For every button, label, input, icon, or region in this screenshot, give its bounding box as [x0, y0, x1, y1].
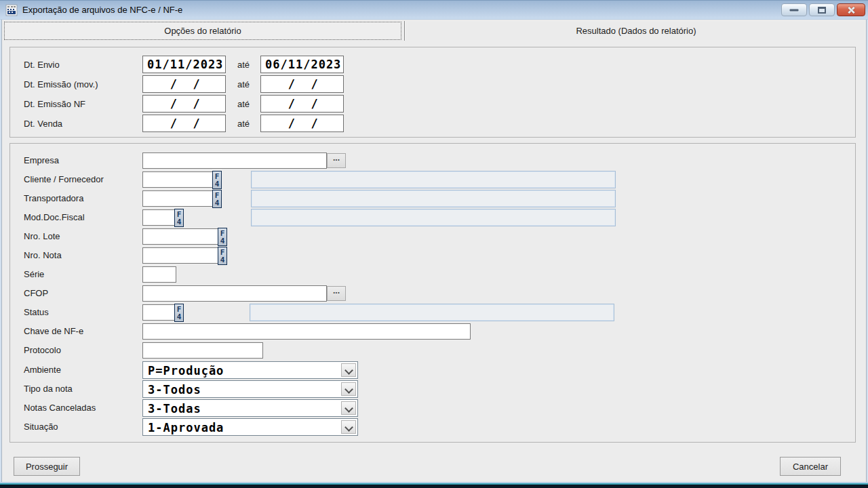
chave-nfe-label: Chave de NF-e: [24, 326, 83, 336]
mod-doc-fiscal-code-input[interactable]: [142, 209, 175, 226]
mod-doc-fiscal-f4-button[interactable]: F 4: [174, 209, 184, 227]
f4-icon: 4: [220, 256, 225, 264]
tab-opcoes-label: Opções do relatório: [164, 26, 241, 36]
cliente-code-input[interactable]: [142, 171, 213, 188]
transportadora-description-field: [251, 190, 616, 207]
cfop-browse-button[interactable]: ...: [327, 286, 346, 301]
minimize-icon: [790, 9, 799, 11]
cliente-description-field: [251, 171, 616, 188]
f4-icon: 4: [215, 180, 220, 188]
dt-venda-to-input[interactable]: [260, 115, 344, 132]
notas-canceladas-select[interactable]: 3-Todas: [142, 399, 358, 417]
f4-icon: F: [177, 306, 182, 313]
ambiente-label: Ambiente: [24, 365, 61, 375]
minimize-button[interactable]: [781, 3, 807, 16]
situacao-select[interactable]: 1-Aprovada: [142, 418, 358, 436]
nro-nota-input[interactable]: [142, 247, 218, 264]
f4-icon: F: [215, 192, 220, 199]
dt-envio-label: Dt. Envio: [24, 60, 60, 70]
chevron-down-icon[interactable]: [341, 382, 356, 396]
close-button[interactable]: [837, 3, 865, 16]
cfop-label: CFOP: [24, 288, 48, 298]
dt-venda-from-input[interactable]: [142, 115, 226, 132]
export-dialog-window: Exportação de arquivos de NFC-e / NF-e O…: [0, 0, 868, 488]
chevron-down-icon[interactable]: [341, 401, 356, 415]
dt-emissao-nf-until-label: até: [237, 99, 250, 109]
situacao-label: Situação: [24, 422, 58, 432]
dt-envio-to-input[interactable]: [260, 56, 344, 73]
close-icon: [846, 5, 856, 15]
f4-icon: 4: [220, 237, 225, 245]
ellipsis-icon: ...: [333, 153, 340, 163]
status-label: Status: [24, 307, 49, 317]
f4-icon: F: [177, 211, 182, 218]
tab-opcoes-relatorio[interactable]: Opções do relatório: [4, 22, 401, 40]
prosseguir-button[interactable]: Prosseguir: [14, 457, 80, 476]
serie-label: Série: [24, 269, 44, 279]
f4-icon: F: [215, 173, 220, 180]
nro-lote-input[interactable]: [142, 228, 218, 245]
date-filters-groupbox: [9, 47, 856, 138]
dt-emissao-nf-label: Dt. Emissão NF: [24, 99, 85, 109]
ambiente-select[interactable]: P=Produção: [142, 361, 358, 379]
cancelar-button[interactable]: Cancelar: [780, 457, 841, 476]
empresa-input[interactable]: [142, 152, 327, 169]
dt-emissao-mov-from-input[interactable]: [142, 75, 226, 93]
titlebar[interactable]: Exportação de arquivos de NFC-e / NF-e: [0, 1, 868, 20]
dt-emissao-nf-from-input[interactable]: [142, 95, 226, 113]
notas-canceladas-value: 3-Todas: [148, 402, 201, 415]
window-title: Exportação de arquivos de NFC-e / NF-e: [22, 5, 182, 15]
tab-separator: [404, 21, 406, 41]
protocolo-label: Protocolo: [24, 345, 61, 355]
status-f4-button[interactable]: F 4: [174, 304, 184, 322]
notas-canceladas-label: Notas Canceladas: [24, 403, 96, 413]
status-description-field: [250, 304, 614, 321]
tipo-nota-label: Tipo da nota: [24, 384, 73, 394]
protocolo-input[interactable]: [142, 342, 263, 359]
nro-nota-f4-button[interactable]: F 4: [218, 247, 227, 265]
f4-icon: F: [220, 230, 225, 237]
transportadora-code-input[interactable]: [142, 190, 213, 207]
dt-venda-label: Dt. Venda: [24, 119, 62, 129]
chevron-down-icon[interactable]: [341, 363, 356, 377]
chevron-down-icon[interactable]: [341, 420, 356, 434]
dt-venda-until-label: até: [237, 119, 250, 129]
cliente-fornecedor-label: Cliente / Fornecedor: [24, 174, 104, 184]
tab-resultado-label: Resultado (Dados do relatório): [576, 26, 696, 36]
dt-envio-until-label: até: [237, 60, 250, 70]
tab-resultado[interactable]: Resultado (Dados do relatório): [408, 22, 864, 40]
dt-emissao-nf-to-input[interactable]: [260, 95, 344, 113]
transportadora-label: Transportadora: [24, 193, 83, 203]
transportadora-f4-button[interactable]: F 4: [212, 190, 222, 208]
window-left-border: [0, 1, 2, 488]
ambiente-value: P=Produção: [148, 364, 224, 378]
window-bottom-border-navy: [0, 485, 868, 488]
nro-nota-label: Nro. Nota: [24, 250, 62, 260]
serie-input[interactable]: [142, 266, 176, 283]
f4-icon: 4: [177, 313, 182, 321]
situacao-value: 1-Aprovada: [148, 421, 224, 434]
chave-nfe-input[interactable]: [142, 323, 471, 340]
f4-icon: F: [220, 249, 225, 256]
empresa-browse-button[interactable]: ...: [327, 153, 346, 168]
f4-icon: 4: [177, 218, 182, 226]
maximize-button[interactable]: [809, 3, 835, 16]
cfop-input[interactable]: [142, 285, 327, 302]
f4-icon: 4: [215, 199, 220, 207]
dt-emissao-mov-label: Dt. Emissão (mov.): [24, 79, 98, 89]
app-icon: [5, 4, 18, 16]
nro-lote-f4-button[interactable]: F 4: [218, 228, 227, 246]
dt-emissao-mov-until-label: até: [237, 79, 250, 89]
dt-emissao-mov-to-input[interactable]: [260, 75, 344, 93]
tipo-nota-select[interactable]: 3-Todos: [142, 380, 358, 398]
nro-lote-label: Nro. Lote: [24, 231, 60, 241]
cliente-f4-button[interactable]: F 4: [212, 171, 222, 189]
maximize-icon: [818, 7, 826, 14]
mod-doc-fiscal-label: Mod.Doc.Fiscal: [24, 212, 85, 222]
status-code-input[interactable]: [142, 304, 175, 321]
ellipsis-icon: ...: [333, 286, 340, 296]
dt-envio-from-input[interactable]: [142, 56, 226, 73]
empresa-label: Empresa: [24, 155, 59, 165]
mod-doc-fiscal-description-field: [251, 209, 616, 226]
tipo-nota-value: 3-Todos: [148, 383, 201, 396]
